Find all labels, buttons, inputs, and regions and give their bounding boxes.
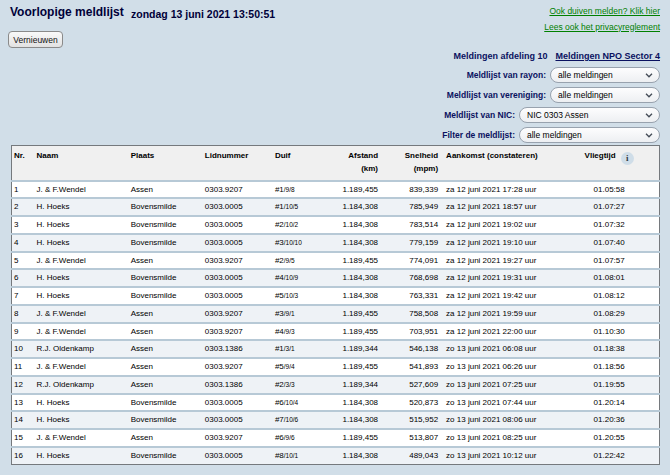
- cell-snelheid: 785,949: [380, 198, 440, 216]
- cell-snelheid: 774,091: [380, 252, 440, 270]
- nic-select[interactable]: NIC 0303 Assen: [519, 107, 660, 123]
- nav-sector-link[interactable]: Meldingen NPO Sector 4: [555, 51, 660, 61]
- cell-duif: #5/9/4: [273, 358, 329, 376]
- cell-naam: H. Hoeks: [35, 216, 129, 234]
- afstand-unit: (km): [331, 162, 378, 175]
- cell-nr: 2: [12, 198, 35, 216]
- table-row: 14H. HoeksBovensmilde0303.0005#7/10/61.1…: [12, 411, 660, 429]
- info-icon[interactable]: i: [621, 152, 634, 165]
- duif-sub: /9/8: [284, 186, 295, 193]
- cell-duif: #4/9/3: [273, 323, 329, 341]
- cell-afstand: 1.184,308: [329, 198, 380, 216]
- duif-sub: /9/1: [284, 310, 295, 317]
- cell-plaats: Assen: [129, 305, 203, 323]
- duif-main: #3: [275, 309, 284, 318]
- col-header-nr: Nr.: [12, 146, 35, 181]
- nav-afdeling-link[interactable]: Meldingen afdeling 10: [453, 51, 547, 61]
- col-header-naam: Naam: [35, 146, 129, 181]
- nic-select-value: NIC 0303 Assen: [527, 110, 588, 120]
- col-header-duif: Duif: [273, 146, 329, 181]
- cell-aankomst: za 12 juni 2021 19:42 uur: [440, 287, 559, 305]
- cell-duif: #2/3/3: [273, 376, 329, 394]
- cell-naam: R.J. Oldenkamp: [35, 340, 129, 358]
- cell-aankomst: za 12 juni 2021 19:27 uur: [440, 252, 559, 270]
- duif-sub: /10/9: [284, 274, 298, 281]
- cell-duif: #7/10/6: [273, 411, 329, 429]
- cell-afstand: 1.189,455: [329, 429, 380, 447]
- filter-select[interactable]: alle meldingen: [519, 127, 660, 143]
- cell-snelheid: 763,331: [380, 287, 440, 305]
- cell-vliegtijd: 01.18:56: [559, 358, 659, 376]
- cell-plaats: Assen: [129, 358, 203, 376]
- cell-snelheid: 768,698: [380, 269, 440, 287]
- col-header-lidnummer: Lidnummer: [203, 146, 273, 181]
- cell-afstand: 1.184,308: [329, 411, 380, 429]
- cell-plaats: Assen: [129, 323, 203, 341]
- cell-plaats: Assen: [129, 340, 203, 358]
- snelheid-label: Snelheid: [405, 151, 438, 160]
- cell-naam: J. & F.Wendel: [35, 429, 129, 447]
- cell-snelheid: 546,138: [380, 340, 440, 358]
- duif-sub: /10/6: [284, 416, 298, 423]
- cell-nr: 7: [12, 287, 35, 305]
- snelheid-unit: (mpm): [382, 162, 438, 175]
- duif-sub: /3/1: [284, 345, 295, 352]
- table-row: 7H. HoeksBovensmilde0303.0005#5/10/31.18…: [12, 287, 660, 305]
- cell-snelheid: 783,514: [380, 216, 440, 234]
- duif-sub: /10/10: [284, 239, 302, 246]
- chevron-down-icon: [645, 133, 653, 138]
- duif-sub: /10/1: [284, 452, 298, 459]
- cell-aankomst: zo 13 juni 2021 08:06 uur: [440, 411, 559, 429]
- cell-vliegtijd: 01.19:55: [559, 376, 659, 394]
- cell-vliegtijd: 01.07:32: [559, 216, 659, 234]
- cell-naam: H. Hoeks: [35, 287, 129, 305]
- cell-lidnummer: 0303.0005: [203, 394, 273, 412]
- cell-aankomst: zo 13 juni 2021 06:08 uur: [440, 340, 559, 358]
- cell-lidnummer: 0303.0005: [203, 198, 273, 216]
- cell-naam: H. Hoeks: [35, 394, 129, 412]
- cell-aankomst: za 12 juni 2021 17:28 uur: [440, 181, 559, 199]
- cell-lidnummer: 0303.0005: [203, 287, 273, 305]
- cell-vliegtijd: 01.07:57: [559, 252, 659, 270]
- cell-lidnummer: 0303.0005: [203, 411, 273, 429]
- cell-aankomst: zo 13 juni 2021 08:25 uur: [440, 429, 559, 447]
- duif-main: #4: [275, 273, 284, 282]
- cell-plaats: Bovensmilde: [129, 234, 203, 252]
- cell-afstand: 1.184,308: [329, 269, 380, 287]
- duif-main: #6: [275, 398, 284, 407]
- col-header-plaats: Plaats: [129, 146, 203, 181]
- afstand-label: Afstand: [348, 151, 378, 160]
- vereniging-select[interactable]: alle meldingen: [550, 87, 660, 103]
- cell-lidnummer: 0303.1386: [203, 340, 273, 358]
- cell-nr: 15: [12, 429, 35, 447]
- filter-label: Filter de meldlijst:: [442, 130, 515, 140]
- cell-lidnummer: 0303.0005: [203, 269, 273, 287]
- top-links: Ook duiven melden? Klik hier Lees ook he…: [544, 4, 660, 35]
- rayon-select[interactable]: alle meldingen: [550, 67, 660, 83]
- filter-row-nic: Meldlijst van NIC: NIC 0303 Assen: [442, 107, 660, 123]
- cell-vliegtijd: 01.07:27: [559, 198, 659, 216]
- cell-lidnummer: 0303.9207: [203, 323, 273, 341]
- cell-afstand: 1.189,344: [329, 340, 380, 358]
- cell-nr: 4: [12, 234, 35, 252]
- chevron-down-icon: [645, 93, 653, 98]
- cell-duif: #1/10/5: [273, 198, 329, 216]
- nav-line: Meldingen afdeling 10Meldingen NPO Secto…: [453, 51, 660, 61]
- report-pigeons-link[interactable]: Ook duiven melden? Klik hier: [544, 4, 660, 20]
- cell-afstand: 1.184,308: [329, 234, 380, 252]
- cell-afstand: 1.189,344: [329, 376, 380, 394]
- vereniging-select-value: alle meldingen: [558, 90, 613, 100]
- filter-row-vereniging: Meldlijst van vereniging: alle meldingen: [442, 87, 660, 103]
- results-table: Nr. Naam Plaats Lidnummer Duif Afstand(k…: [11, 145, 660, 465]
- privacy-link[interactable]: Lees ook het privacyreglement: [544, 20, 660, 36]
- cell-nr: 16: [12, 447, 35, 464]
- cell-afstand: 1.189,455: [329, 181, 380, 199]
- cell-nr: 13: [12, 394, 35, 412]
- duif-main: #3: [275, 238, 284, 247]
- duif-main: #1: [275, 344, 284, 353]
- cell-naam: J. & F.Wendel: [35, 323, 129, 341]
- refresh-button[interactable]: Vernieuwen: [8, 31, 63, 48]
- cell-lidnummer: 0303.0005: [203, 447, 273, 464]
- page-title: Voorlopige meldlijst: [10, 5, 124, 19]
- chevron-down-icon: [645, 113, 653, 118]
